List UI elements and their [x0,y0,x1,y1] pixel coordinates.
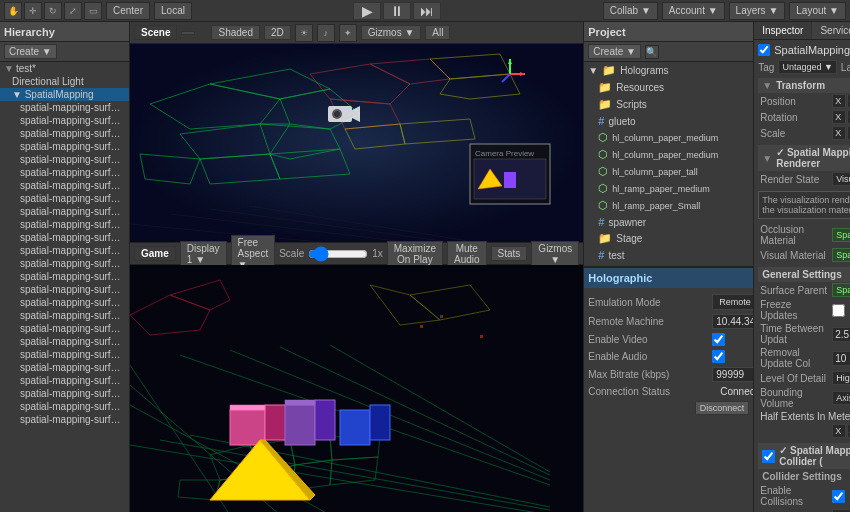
project-item-col-tall[interactable]: ⬡hl_column_paper_tall [584,163,753,180]
play-button[interactable]: ▶ [353,2,381,20]
project-item-col2[interactable]: ⬡hl_column_paper_medium [584,146,753,163]
collider-header[interactable]: ✓ Spatial Mapping Collider ( ⚙ [758,443,850,469]
scale-slider[interactable] [308,248,368,260]
hierarchy-item-spatial[interactable]: ▼ SpatialMapping [0,88,129,101]
list-item[interactable]: spatial-mapping-surface0_ [0,179,129,192]
project-item-scripts[interactable]: 📁Scripts [584,96,753,113]
list-item[interactable]: spatial-mapping-surface0_ [0,127,129,140]
component-active-checkbox[interactable] [758,44,770,56]
stats-btn[interactable]: Stats [491,246,528,261]
scale-tool-icon[interactable]: ⤢ [64,2,82,20]
lod-value[interactable]: High [832,371,850,385]
enable-video-checkbox[interactable] [712,333,725,346]
game-tab[interactable]: Game [134,246,176,261]
layout-btn[interactable]: Layout ▼ [789,2,846,20]
list-item[interactable]: spatial-mapping-surface0_ [0,283,129,296]
pause-button[interactable]: ⏸ [383,2,411,20]
disconnect-btn[interactable]: Disconnect [695,401,750,415]
layers-btn[interactable]: Layers ▼ [729,2,786,20]
list-item[interactable]: spatial-mapping-surface0_ [0,335,129,348]
list-item[interactable]: spatial-mapping-surface0_ [0,322,129,335]
surface-parent-value[interactable]: SpatialMapping [832,283,850,297]
scl-x[interactable]: 2 [847,126,850,140]
list-item[interactable]: spatial-mapping-surface0_ [0,114,129,127]
hx-val[interactable]: 4 [847,424,850,438]
list-item[interactable]: spatial-mapping-surface1_ [0,413,129,426]
list-item[interactable]: spatial-mapping-surface0_ [0,140,129,153]
project-item-test[interactable]: #test [584,247,753,263]
gizmos-btn[interactable]: Gizmos ▼ [361,25,422,40]
time-between-value[interactable]: 2.5 [832,327,850,342]
list-item[interactable]: spatial-mapping-surface0_ [0,348,129,361]
list-item[interactable]: spatial-mapping-surface1_ [0,400,129,413]
pos-x[interactable]: 0 [847,94,850,108]
list-item[interactable]: spatial-mapping-surface0_ [0,101,129,114]
occlusion-material-value[interactable]: SpatialMappingOc... [832,228,850,242]
list-item[interactable]: spatial-mapping-surface0_ [0,361,129,374]
rect-tool-icon[interactable]: ▭ [84,2,102,20]
list-item[interactable]: spatial-mapping-surface1_ [0,374,129,387]
render-state-label: Render State [760,174,830,185]
services-tab[interactable]: Services [812,22,850,39]
pivot-btn[interactable]: Center [106,2,150,20]
audio-icon[interactable]: ♪ [317,24,335,42]
rotate-tool-icon[interactable]: ↻ [44,2,62,20]
fx-icon[interactable]: ✦ [339,24,357,42]
inspector-tab[interactable]: Inspector [754,22,812,39]
search-icon[interactable]: 🔍 [645,45,659,59]
project-create-btn[interactable]: Create ▼ [588,44,641,59]
account-btn[interactable]: Account ▼ [662,2,725,20]
project-item-col1[interactable]: ⬡hl_column_paper_medium [584,129,753,146]
local-btn[interactable]: Local [154,2,192,20]
hierarchy-scene[interactable]: ▼test* [0,62,129,75]
shaded-btn[interactable]: Shaded [211,25,259,40]
project-item-glueto[interactable]: #glueto [584,113,753,129]
project-item-ramp2[interactable]: ⬡hl_ramp_paper_Small [584,197,753,214]
game-gizmos-btn[interactable]: Gizmos ▼ [531,241,579,267]
list-item[interactable]: spatial-mapping-surface0_ [0,257,129,270]
lighting-icon[interactable]: ☀ [295,24,313,42]
visual-material-value[interactable]: SpatialMappingWi... [832,248,850,262]
asset-store-tab[interactable] [181,31,195,35]
rot-x[interactable]: 0 [847,110,850,124]
general-settings-header[interactable]: General Settings [758,267,850,282]
render-state-value[interactable]: Visualization [832,172,850,186]
all-btn[interactable]: All [425,25,450,40]
list-item[interactable]: spatial-mapping-surface0_ [0,296,129,309]
collider-active-checkbox[interactable] [762,450,775,463]
list-item[interactable]: spatial-mapping-surface0_ [0,166,129,179]
list-item[interactable]: spatial-mapping-surface1_ [0,387,129,400]
bounding-volume-value[interactable]: Axis Aligned Box [832,391,850,405]
list-item[interactable]: spatial-mapping-surface0_ [0,231,129,244]
project-item-resources[interactable]: 📁Resources [584,79,753,96]
tag-value[interactable]: Untagged ▼ [778,60,836,74]
list-item[interactable]: spatial-mapping-surface0_ [0,309,129,322]
list-item[interactable]: spatial-mapping-surface0_ [0,205,129,218]
step-button[interactable]: ⏭ [413,2,441,20]
list-item[interactable]: spatial-mapping-surface0_ [0,244,129,257]
collab-btn[interactable]: Collab ▼ [603,2,658,20]
scene-tab[interactable]: Scene [134,25,177,40]
hierarchy-item[interactable]: Directional Light [0,75,129,88]
maximize-btn[interactable]: Maximize On Play [387,241,443,267]
project-item-holograms[interactable]: ▼ 📁 Holograms [584,62,753,79]
hierarchy-create-btn[interactable]: Create ▼ [4,44,57,59]
list-item[interactable]: spatial-mapping-surface0_ [0,270,129,283]
mute-btn[interactable]: Mute Audio [447,241,487,267]
move-tool-icon[interactable]: ✛ [24,2,42,20]
2d-btn[interactable]: 2D [264,25,291,40]
transform-header[interactable]: ▼ Transform ⚙ [758,78,850,93]
spatial-renderer-header[interactable]: ▼ ✓ Spatial Mapping Renderer ⚙ [758,145,850,171]
freeze-updates-checkbox[interactable] [832,304,845,317]
project-item-stage[interactable]: 📁Stage [584,230,753,247]
list-item[interactable]: spatial-mapping-surface0_ [0,153,129,166]
display-btn[interactable]: Display 1 ▼ [180,241,227,267]
project-item-spawner[interactable]: #spawner [584,214,753,230]
list-item[interactable]: spatial-mapping-surface0_ [0,218,129,231]
project-item-ramp1[interactable]: ⬡hl_ramp_paper_medium [584,180,753,197]
enable-collisions-checkbox[interactable] [832,490,845,503]
list-item[interactable]: spatial-mapping-surface0_ [0,192,129,205]
hand-tool-icon[interactable]: ✋ [4,2,22,20]
removal-update-value[interactable]: 10 [832,351,850,366]
enable-audio-checkbox[interactable] [712,350,725,363]
